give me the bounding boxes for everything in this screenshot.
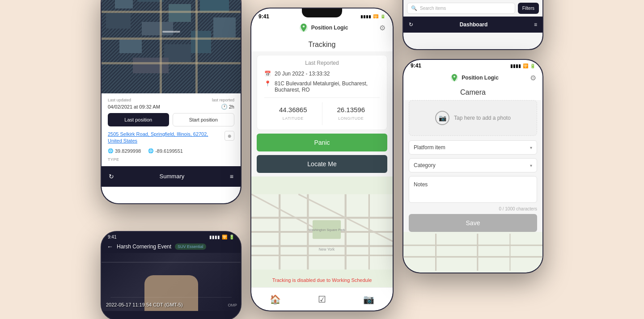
search-placeholder-text: Search items (420, 6, 446, 11)
event-image: 2022-05-17 11:19:54 CDT (GMT-5) OMP (102, 253, 241, 311)
add-photo-area[interactable]: 📷 Tap here to add a photo (409, 100, 537, 136)
start-position-button[interactable]: Start position (173, 113, 235, 126)
battery-icon: 🔋 (229, 235, 234, 239)
last-updated-label: Last updated (108, 98, 160, 102)
platform-item-chevron-icon: ▾ (530, 145, 532, 150)
logo-area: Position Logic (299, 23, 348, 33)
camera-battery-icon: 🔋 (530, 63, 535, 68)
category-chevron-icon: ▾ (530, 163, 532, 168)
calendar-icon: 📅 (264, 71, 271, 77)
phone-tracking: 9:41 ▮▮▮▮ 🛜 🔋 Position Logic ⚙ (250, 8, 394, 311)
locate-me-button[interactable]: Locate Me (257, 155, 387, 173)
camera-logo-text: Position Logic (462, 75, 499, 81)
reported-date-row: 📅 20 Jun 2022 - 13:33:32 (264, 71, 380, 77)
phone-dashboard: BATTERY LEVEL 78% SPEED 0 MPH (402, 0, 543, 50)
phone-position-map: Last updated 04/02/2021 at 09:32 AM last… (101, 0, 242, 204)
dashboard-refresh-icon[interactable]: ↻ (409, 21, 413, 28)
type-label: TYPE (108, 157, 234, 162)
back-button[interactable]: ← (107, 243, 113, 250)
camera-circle-icon: 📷 (435, 111, 449, 125)
camera-map-svg (403, 232, 542, 273)
bottom-navigation: ↻ Summary ≡ (102, 166, 241, 187)
longitude-value: 26.13596 (326, 106, 377, 113)
camera-header: Position Logic ⚙ (403, 70, 542, 86)
bottom-tabs: 🏠 ☑ 📷 (251, 287, 393, 311)
tracking-page-title: Tracking (251, 37, 393, 51)
globe-icon-lon: 🌐 (148, 148, 153, 153)
save-button[interactable]: Save (409, 214, 537, 232)
svg-text:Washington Square Park: Washington Square Park (309, 228, 345, 232)
last-updated-value: 04/02/2021 at 09:32 AM (108, 104, 160, 109)
longitude-cell: 26.13596 LONGITUDE (322, 102, 380, 125)
address-text: 2505 Selkirk Road, Springfield, Illinois… (108, 131, 222, 145)
action-buttons: Panic Locate Me (251, 134, 393, 176)
tracking-header: Position Logic ⚙ (251, 18, 393, 37)
category-label: Category (414, 162, 436, 168)
tracking-map: Washington Square Park New York Tracking… (251, 176, 393, 287)
phone-camera: 9:41 ▮▮▮▮ 🛜 🔋 Position (402, 59, 543, 273)
refresh-icon[interactable]: ↻ (109, 173, 114, 180)
platform-item-label: Platform item (414, 144, 445, 151)
camera-logo-area: Position Logic (450, 73, 499, 82)
position-logic-logo-icon (299, 23, 309, 33)
settings-gear-icon[interactable]: ⚙ (379, 24, 386, 32)
category-dropdown[interactable]: Category ▾ (409, 158, 537, 172)
latitude-value: 44.36865 (268, 106, 318, 113)
event-type-badge: SUV Essential (175, 243, 206, 250)
camera-status-time: 9:41 (411, 63, 421, 69)
search-row: 🔍 Search items Filters (403, 3, 542, 17)
dashboard-menu-icon[interactable]: ≡ (534, 21, 537, 28)
event-header: ← Harsh Cornering Event SUV Essential (102, 240, 241, 253)
event-time: 9:41 (108, 235, 116, 239)
camera-logo-icon (450, 73, 459, 82)
nav-title: Summary (114, 173, 230, 180)
svg-text:New York: New York (319, 247, 335, 252)
latitude-label: LATITUDE (283, 116, 304, 121)
dashboard-bottom-nav: ↻ Dashboard ≡ (403, 17, 542, 33)
latitude-cell: 44.36865 LATITUDE (264, 102, 322, 125)
reported-address-line1: 81C Bulevardul Metalurgiei, Bucharest, (275, 80, 368, 87)
location-pin-icon: 📍 (264, 80, 271, 87)
reported-address-line2: Bucharest, RO (275, 87, 368, 93)
menu-icon[interactable]: ≡ (230, 173, 233, 180)
event-title: Harsh Cornering Event (117, 243, 171, 250)
camera-page-title: Camera (403, 86, 542, 100)
phone-event: 9:41 ▮▮▮▮ 🛜 🔋 ← Harsh Cornering Event SU… (101, 231, 242, 319)
panic-button[interactable]: Panic (257, 134, 387, 151)
signal-icon: ▮▮▮▮ (209, 235, 220, 239)
longitude-coord: 🌐 -89.6199551 (148, 148, 183, 154)
last-position-button[interactable]: Last position (108, 113, 169, 126)
notes-area: Notes (409, 176, 537, 203)
camera-signal-icon: ▮▮▮▮ (510, 63, 521, 68)
dashboard-nav-title: Dashboard (413, 21, 534, 28)
event-watermark: OMP (228, 303, 237, 307)
camera-settings-icon[interactable]: ⚙ (530, 74, 536, 82)
map-svg: Washington Square Park New York (251, 176, 393, 287)
last-reported-value: 🕐 2h (221, 104, 234, 109)
event-status-bar: 9:41 ▮▮▮▮ 🛜 🔋 (102, 232, 241, 240)
logo-text: Position Logic (311, 25, 348, 31)
search-icon: 🔍 (411, 5, 417, 11)
longitude-label: LONGITUDE (338, 116, 364, 121)
last-reported-title: Last Reported (264, 60, 380, 66)
last-reported-label: last reported (212, 98, 234, 102)
notes-label: Notes (414, 181, 428, 188)
coords-grid: 44.36865 LATITUDE 26.13596 LONGITUDE (264, 102, 380, 125)
camera-map-bottom (403, 232, 542, 273)
position-info-panel: Last updated 04/02/2021 at 09:32 AM last… (102, 93, 241, 166)
filters-button[interactable]: Filters (518, 3, 539, 14)
checklist-tab-icon[interactable]: ☑ (311, 292, 333, 306)
tracking-disabled-message: Tracking is disabled due to Working Sche… (251, 277, 393, 283)
globe-icon-lat: 🌐 (108, 148, 113, 153)
home-tab-icon[interactable]: 🏠 (263, 292, 288, 306)
last-reported-section: Last Reported 📅 20 Jun 2022 - 13:33:32 📍… (257, 55, 387, 130)
copy-address-button[interactable]: ⊕ (225, 131, 234, 141)
camera-wifi-icon: 🛜 (523, 63, 528, 68)
platform-item-dropdown[interactable]: Platform item ▾ (409, 140, 537, 155)
wifi-icon: 🛜 (222, 235, 227, 239)
svg-rect-16 (403, 234, 542, 271)
reported-address-row: 📍 81C Bulevardul Metalurgiei, Bucharest,… (264, 80, 380, 93)
camera-tab-icon[interactable]: 📷 (356, 292, 381, 306)
aerial-map (102, 0, 241, 93)
char-count: 0 / 1000 characters (409, 206, 537, 211)
